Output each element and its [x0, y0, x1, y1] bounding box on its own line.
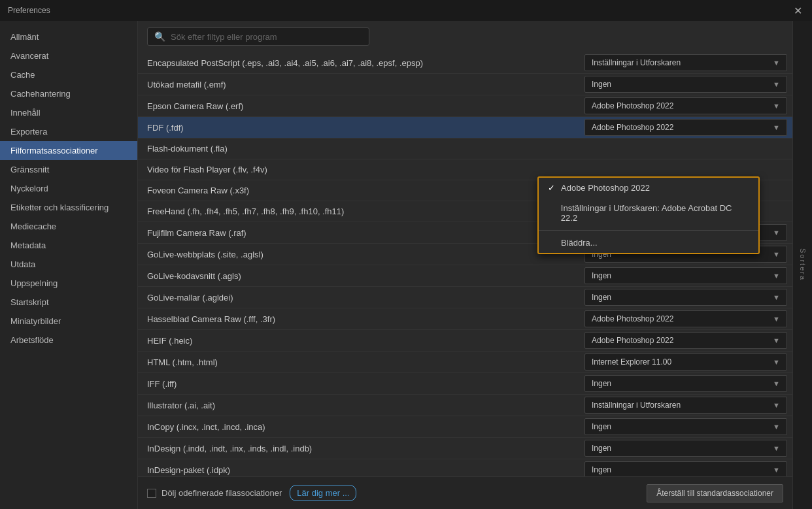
file-dropdown[interactable]: Adobe Photoshop 2022▼ [584, 97, 787, 114]
file-dropdown[interactable]: Ingen▼ [584, 76, 787, 93]
file-name: FDF (.fdf) [138, 119, 584, 137]
sidebar-item-interface[interactable]: Gränssnitt [0, 160, 137, 179]
popup-item-photoshop[interactable]: ✓Adobe Photoshop 2022 [539, 178, 758, 198]
file-name: Hasselblad Camera Raw (.fff, .3fr) [138, 310, 584, 328]
table-row[interactable]: GoLive-kodavsnitt (.agls)Ingen▼ [138, 265, 792, 287]
sidebar-item-startup[interactable]: Startskript [0, 293, 137, 312]
sidebar-item-content[interactable]: Innehåll [0, 103, 137, 122]
hide-undefined-label: Dölj odefinerade filassociationer [161, 488, 282, 498]
table-row[interactable]: HTML (.htm, .html)Internet Explorer 11.0… [138, 352, 792, 373]
file-dropdown[interactable]: Adobe Photoshop 2022▼ [584, 332, 787, 349]
popup-item-explorer[interactable]: Inställningar i Utforskaren: Adobe Acrob… [539, 198, 758, 228]
sidebar-item-file-assoc[interactable]: Filformatsassociationer [0, 141, 137, 160]
chevron-down-icon: ▼ [773, 250, 780, 258]
table-row[interactable]: InDesign-paket (.idpk)Ingen▼ [138, 459, 792, 476]
dropdown-label: Ingen [592, 379, 611, 388]
hide-undefined-checkbox[interactable] [147, 489, 156, 498]
file-dropdown[interactable]: Ingen▼ [584, 461, 787, 476]
file-dropdown[interactable]: Adobe Photoshop 2022▼ [584, 310, 787, 327]
table-row[interactable]: Flash-dokument (.fla) [138, 139, 792, 159]
popup-divider [539, 230, 758, 231]
dropdown-label: Ingen [592, 271, 611, 280]
file-name: GoLive-mallar (.agldei) [138, 289, 584, 306]
sidebar-item-cache[interactable]: Cache [0, 65, 137, 84]
dropdown-label: Inställningar i Utforskaren [592, 401, 681, 410]
chevron-down-icon: ▼ [773, 358, 780, 366]
chevron-down-icon: ▼ [773, 229, 780, 237]
file-name: Fujifilm Camera Raw (.raf) [138, 224, 584, 242]
search-wrap[interactable]: 🔍 [147, 27, 369, 46]
file-dropdown[interactable]: Ingen▼ [584, 375, 787, 392]
table-row[interactable]: InCopy (.incx, .inct, .incd, .inca)Ingen… [138, 416, 792, 438]
sidebar-item-output[interactable]: Utdata [0, 255, 137, 274]
main-content: AllmäntAvanceratCacheCachehanteringInneh… [0, 21, 812, 509]
dropdown-label: Internet Explorer 11.00 [592, 357, 671, 367]
reset-button[interactable]: Återställ till standardassociationer [647, 484, 783, 502]
file-dropdown[interactable]: Ingen▼ [584, 418, 787, 435]
table-row[interactable]: Illustrator (.ai, .ait)Inställningar i U… [138, 395, 792, 416]
table-row[interactable]: IFF (.iff)Ingen▼ [138, 373, 792, 395]
checkmark-icon: ✓ [548, 183, 561, 193]
sidebar-item-export[interactable]: Exportera [0, 122, 137, 141]
file-dropdown[interactable]: Inställningar i Utforskaren▼ [584, 397, 787, 414]
sidebar-item-workflow[interactable]: Arbetsflöde [0, 331, 137, 350]
table-row[interactable]: FDF (.fdf)Adobe Photoshop 2022▼ [138, 117, 792, 139]
file-name: InCopy (.incx, .inct, .incd, .inca) [138, 418, 584, 436]
file-name: Encapsulated PostScript (.eps, .ai3, .ai… [138, 54, 584, 72]
file-dropdown[interactable]: Ingen▼ [584, 289, 787, 306]
file-associations-table[interactable]: Encapsulated PostScript (.eps, .ai3, .ai… [138, 52, 792, 476]
dropdown-label: Inställningar i Utforskaren [592, 58, 681, 67]
sidebar-item-general[interactable]: Allmänt [0, 27, 137, 46]
sidebar-item-advanced[interactable]: Avancerat [0, 46, 137, 65]
dropdown-label: Adobe Photoshop 2022 [592, 101, 673, 110]
file-dropdown[interactable]: Ingen▼ [584, 440, 787, 457]
chevron-down-icon: ▼ [773, 80, 780, 88]
dropdown-label: Ingen [592, 444, 611, 453]
file-dropdown[interactable]: Ingen▼ [584, 267, 787, 284]
main-panel: 🔍 Encapsulated PostScript (.eps, .ai3, .… [137, 21, 792, 509]
sidebar-item-playback[interactable]: Uppspelning [0, 274, 137, 293]
chevron-down-icon: ▼ [773, 423, 780, 431]
popup-item-label: Adobe Photoshop 2022 [561, 183, 650, 193]
sort-bar: Sortera [792, 21, 812, 509]
table-row[interactable]: Hasselblad Camera Raw (.fff, .3fr)Adobe … [138, 308, 792, 330]
chevron-down-icon: ▼ [773, 293, 780, 301]
file-name: GoLive-kodavsnitt (.agls) [138, 267, 584, 285]
footer: Dölj odefinerade filassociationer Lär di… [138, 476, 792, 509]
chevron-down-icon: ▼ [773, 466, 780, 474]
dropdown-label: Ingen [592, 80, 611, 89]
chevron-down-icon: ▼ [773, 337, 780, 344]
close-button[interactable]: ✕ [791, 4, 804, 17]
table-row[interactable]: Epson Camera Raw (.erf)Adobe Photoshop 2… [138, 95, 792, 117]
sidebar-item-media-cache[interactable]: Mediecache [0, 217, 137, 236]
file-name: Illustrator (.ai, .ait) [138, 397, 584, 414]
chevron-down-icon: ▼ [773, 123, 780, 131]
search-icon: 🔍 [154, 31, 165, 42]
file-name: IFF (.iff) [138, 375, 584, 393]
sidebar-item-shortcuts[interactable]: Nyckelord [0, 179, 137, 198]
hide-undefined-wrap: Dölj odefinerade filassociationer [147, 488, 282, 498]
search-input[interactable] [171, 32, 354, 42]
table-row[interactable]: GoLive-mallar (.agldei)Ingen▼ [138, 287, 792, 308]
sidebar-item-thumbnails[interactable]: Miniatyrbilder [0, 312, 137, 331]
file-dropdown[interactable]: Adobe Photoshop 2022▼ [584, 119, 787, 136]
file-name: HTML (.htm, .html) [138, 353, 584, 371]
sort-label: Sortera [799, 248, 807, 281]
sidebar-item-metadata[interactable]: Metadata [0, 236, 137, 255]
learn-more-link[interactable]: Lär dig mer ... [290, 485, 356, 501]
file-dropdown[interactable]: Internet Explorer 11.00▼ [584, 353, 787, 370]
table-row[interactable]: Utökad metafil (.emf)Ingen▼ [138, 74, 792, 95]
sidebar-item-cache-mgmt[interactable]: Cachehantering [0, 84, 137, 103]
chevron-down-icon: ▼ [773, 401, 780, 409]
popup-browse[interactable]: Bläddra... [539, 233, 758, 253]
chevron-down-icon: ▼ [773, 59, 780, 67]
table-row[interactable]: HEIF (.heic)Adobe Photoshop 2022▼ [138, 330, 792, 352]
file-dropdown[interactable]: Inställningar i Utforskaren▼ [584, 54, 787, 71]
footer-left: Dölj odefinerade filassociationer Lär di… [147, 485, 356, 501]
file-name: GoLive-webbplats (.site, .aglsl) [138, 246, 584, 263]
file-name: Utökad metafil (.emf) [138, 76, 584, 93]
table-row[interactable]: InDesign (.indd, .indt, .inx, .inds, .in… [138, 438, 792, 459]
table-row[interactable]: Encapsulated PostScript (.eps, .ai3, .ai… [138, 52, 792, 74]
file-name: Video för Flash Player (.flv, .f4v) [138, 161, 792, 178]
sidebar-item-labels[interactable]: Etiketter och klassificering [0, 198, 137, 217]
